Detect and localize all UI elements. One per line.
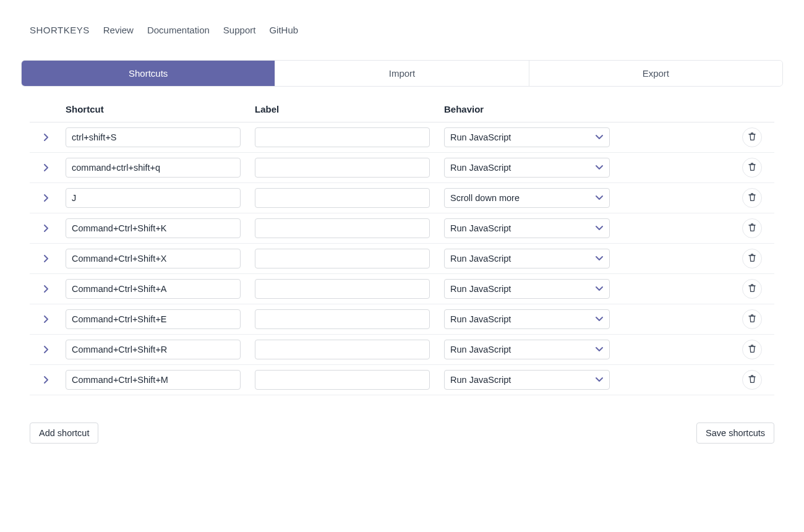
tab-shortcuts[interactable]: Shortcuts [22, 61, 275, 86]
col-label: Label [252, 104, 442, 114]
col-behavior: Behavior [442, 104, 612, 114]
trash-icon [747, 314, 757, 325]
chevron-right-icon[interactable] [41, 193, 51, 203]
nav-link-documentation[interactable]: Documentation [147, 25, 210, 35]
table-row: Run JavaScript [30, 304, 774, 335]
behavior-select[interactable]: Run JavaScript [444, 218, 610, 238]
chevron-right-icon[interactable] [41, 314, 51, 324]
table-row: Run JavaScript [30, 153, 774, 183]
label-input[interactable] [255, 370, 430, 390]
shortcut-input[interactable] [66, 340, 241, 359]
behavior-select[interactable]: Scroll down more [444, 188, 610, 208]
main-tabs: Shortcuts Import Export [21, 60, 783, 87]
label-input[interactable] [255, 279, 430, 299]
tab-import[interactable]: Import [275, 61, 528, 86]
table-row: Run JavaScript [30, 213, 774, 244]
trash-icon [747, 344, 757, 356]
shortcut-input[interactable] [66, 158, 241, 178]
delete-button[interactable] [742, 188, 762, 208]
behavior-select[interactable]: Run JavaScript [444, 309, 610, 329]
col-shortcut: Shortcut [63, 104, 252, 114]
behavior-select[interactable]: Run JavaScript [444, 127, 610, 147]
table-row: Run JavaScript [30, 122, 774, 153]
nav-link-github[interactable]: GitHub [269, 25, 298, 35]
shortcut-input[interactable] [66, 218, 241, 238]
chevron-right-icon[interactable] [41, 223, 51, 233]
delete-button[interactable] [742, 279, 762, 299]
behavior-select[interactable]: Run JavaScript [444, 370, 610, 390]
chevron-right-icon[interactable] [41, 254, 51, 264]
label-input[interactable] [255, 249, 430, 268]
table-row: Run JavaScript [30, 274, 774, 304]
delete-button[interactable] [742, 340, 762, 359]
delete-button[interactable] [742, 370, 762, 390]
chevron-right-icon[interactable] [41, 132, 51, 142]
delete-button[interactable] [742, 218, 762, 238]
add-shortcut-button[interactable]: Add shortcut [30, 423, 98, 444]
nav-link-support[interactable]: Support [223, 25, 256, 35]
top-nav: SHORTKEYS Review Documentation Support G… [30, 25, 774, 35]
trash-icon [747, 253, 757, 265]
shortcut-input[interactable] [66, 188, 241, 208]
delete-button[interactable] [742, 127, 762, 147]
label-input[interactable] [255, 127, 430, 147]
shortcut-input[interactable] [66, 127, 241, 147]
chevron-right-icon[interactable] [41, 284, 51, 294]
chevron-right-icon[interactable] [41, 163, 51, 173]
behavior-select[interactable]: Run JavaScript [444, 158, 610, 178]
behavior-select[interactable]: Run JavaScript [444, 249, 610, 268]
trash-icon [747, 162, 757, 174]
delete-button[interactable] [742, 249, 762, 268]
label-input[interactable] [255, 218, 430, 238]
label-input[interactable] [255, 158, 430, 178]
save-shortcuts-button[interactable]: Save shortcuts [696, 423, 774, 444]
shortcut-input[interactable] [66, 370, 241, 390]
delete-button[interactable] [742, 158, 762, 178]
label-input[interactable] [255, 340, 430, 359]
trash-icon [747, 283, 757, 295]
table-row: Run JavaScript [30, 335, 774, 365]
table-row: Run JavaScript [30, 365, 774, 395]
shortcut-input[interactable] [66, 249, 241, 268]
label-input[interactable] [255, 188, 430, 208]
delete-button[interactable] [742, 309, 762, 329]
label-input[interactable] [255, 309, 430, 329]
table-header: Shortcut Label Behavior [30, 98, 774, 122]
behavior-select[interactable]: Run JavaScript [444, 279, 610, 299]
nav-brand[interactable]: SHORTKEYS [30, 25, 90, 35]
shortcut-input[interactable] [66, 279, 241, 299]
table-row: Run JavaScript [30, 244, 774, 274]
tab-export[interactable]: Export [529, 61, 782, 86]
chevron-right-icon[interactable] [41, 345, 51, 354]
table-row: Scroll down more [30, 183, 774, 213]
behavior-select[interactable]: Run JavaScript [444, 340, 610, 359]
trash-icon [747, 132, 757, 144]
trash-icon [747, 374, 757, 386]
chevron-right-icon[interactable] [41, 375, 51, 385]
trash-icon [747, 223, 757, 234]
shortcut-input[interactable] [66, 309, 241, 329]
trash-icon [747, 192, 757, 204]
nav-link-review[interactable]: Review [103, 25, 134, 35]
